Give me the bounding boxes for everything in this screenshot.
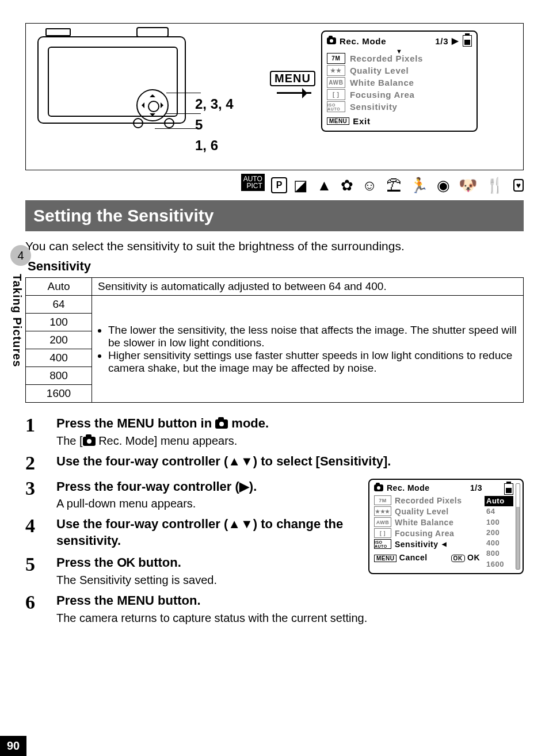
lcd-item-label: Quality Level <box>350 66 409 75</box>
diagram-callouts: 2, 3, 4 5 1, 6 <box>195 94 264 156</box>
option-icon: AWB <box>327 77 345 88</box>
option-icon: ★★★ <box>374 506 391 516</box>
step-desc: A pull-down menu appears. <box>56 497 357 510</box>
pulldown-option: 800 <box>485 548 513 559</box>
step-number: 4 <box>25 516 43 536</box>
step-desc: The Sensitivity setting is saved. <box>56 574 357 587</box>
step-title: Press the MENU button in mode. <box>56 415 524 432</box>
lcd-exit-label: Exit <box>353 116 370 126</box>
night-mode-icon: ◪ <box>293 177 310 194</box>
lcd-title: Rec. Mode <box>340 36 386 46</box>
step: 6 Press the MENU button. The camera retu… <box>25 593 524 625</box>
callout-label: 5 <box>195 114 264 135</box>
portrait-mode-icon: ☺ <box>362 177 380 194</box>
mode-icon-strip: AUTOPICT P ◪ ▲ ✿ ☺ ⛱ 🏃 ◉ 🐶 🍴 ♥ <box>25 174 524 194</box>
table-cell: 200 <box>26 331 92 349</box>
step-desc: The [ Rec. Mode] menu appears. <box>56 434 524 448</box>
ok-badge: OK <box>451 555 465 562</box>
step-title: Press the MENU button. <box>56 593 524 609</box>
table-cell: Sensitivity is automatically adjusted to… <box>92 278 524 296</box>
lcd-item-label: Sensitivity <box>395 540 439 549</box>
table-cell: The lower the sensitivity, the less nois… <box>92 296 524 403</box>
lcd-item-label: Quality Level <box>395 507 449 516</box>
lcd-item-label: Recorded Pixels <box>350 54 423 63</box>
sensitivity-table: Auto Sensitivity is automatically adjust… <box>25 277 524 403</box>
table-cell: 64 <box>26 296 92 314</box>
step: 2 Use the four-way controller (▲▼) to se… <box>25 453 524 473</box>
pulldown-option: Auto <box>485 496 513 506</box>
option-icon: [ ] <box>327 89 345 100</box>
program-mode-icon: P <box>271 177 287 193</box>
callout-label: 1, 6 <box>195 135 264 156</box>
pet-mode-icon: 🐶 <box>459 177 479 194</box>
flower-mode-icon: ✿ <box>341 177 356 194</box>
battery-icon <box>504 483 513 495</box>
step-number: 3 <box>25 479 43 498</box>
lcd-pulldown-preview: Rec. Mode 1/3 7MRecorded Pixels ★★★Quali… <box>368 479 524 574</box>
table-cell: 400 <box>26 349 92 367</box>
lcd-item-label: White Balance <box>350 78 414 87</box>
scrollbar <box>516 483 520 570</box>
button-icon <box>164 118 174 128</box>
lcd-ok-label: OK <box>467 553 480 562</box>
arrow-right-small-icon: ▶ <box>452 36 459 46</box>
table-cell: 800 <box>26 367 92 385</box>
lcd-preview: Rec. Mode 1/3 ▶ ▼ 7M Recorded Pixels ★★ … <box>321 30 478 132</box>
intro-text: You can select the sensitivity to suit t… <box>25 239 524 253</box>
step-desc: The camera returns to capture status wit… <box>56 612 524 625</box>
manual-page: 4 Taking Pictures 2, 3, 4 5 <box>0 0 549 756</box>
option-icon: ★★ <box>327 65 345 76</box>
pulldown-option: 64 <box>485 506 513 517</box>
camera-icon <box>327 37 336 44</box>
step-title: Press the four-way controller (▶). <box>56 479 357 495</box>
subheading: Sensitivity <box>28 259 524 274</box>
pulldown-option: 100 <box>485 517 513 528</box>
chapter-label: Taking Pictures <box>10 274 24 367</box>
pulldown-option: 400 <box>485 538 513 548</box>
option-icon: 7M <box>327 53 345 64</box>
page-number: 90 <box>0 736 26 756</box>
lcd-page-indicator: 1/3 <box>470 483 482 492</box>
battery-icon <box>463 35 472 47</box>
chapter-number: 4 <box>10 245 31 266</box>
step-title: Press the OK button. <box>56 555 357 571</box>
button-icon <box>133 118 143 128</box>
lcd-item-label: Focusing Area <box>350 90 415 100</box>
sensitivity-pulldown: Auto 64 100 200 400 800 1600 <box>485 483 513 570</box>
illustration-panel: 2, 3, 4 5 1, 6 MENU Rec. Mode 1/3 ▶ ▼ 7M… <box>25 23 524 170</box>
lcd-page-indicator: 1/3 <box>435 36 448 46</box>
text-mode-icon: ◉ <box>437 177 452 194</box>
dpad-icon <box>136 89 169 121</box>
lcd-title: Rec. Mode <box>387 483 430 492</box>
option-icon: [ ] <box>374 528 391 538</box>
step-title: Use the four-way controller (▲▼) to chan… <box>56 516 357 549</box>
option-icon: ISO AUTO <box>374 539 391 549</box>
landscape-mode-icon: ▲ <box>317 177 334 194</box>
lcd-item-label: Focusing Area <box>395 529 454 538</box>
section-heading: Setting the Sensitivity <box>25 200 524 231</box>
menu-button-label: MENU <box>270 71 315 86</box>
pulldown-option: 1600 <box>485 559 513 570</box>
step-title: Use the four-way controller (▲▼) to sele… <box>56 453 524 470</box>
sport-mode-icon: 🏃 <box>410 177 430 194</box>
camera-icon <box>215 419 228 429</box>
table-cell: Auto <box>26 278 92 296</box>
menu-badge: MENU <box>327 117 349 125</box>
pulldown-option: 200 <box>485 528 513 538</box>
side-tab: 4 Taking Pictures <box>10 245 31 367</box>
option-icon: AWB <box>374 517 391 527</box>
lcd-cancel-label: Cancel <box>399 553 428 562</box>
menu-badge: MENU <box>374 555 396 562</box>
step: 1 Press the MENU button in mode. The [ R… <box>25 415 524 448</box>
camera-icon <box>83 437 96 446</box>
step-number: 1 <box>25 415 43 435</box>
step-number: 2 <box>25 453 43 473</box>
step-number: 6 <box>25 593 43 612</box>
lcd-item-label: Recorded Pixels <box>395 496 462 505</box>
caret-left-icon: ◀ <box>442 541 447 547</box>
auto-pict-icon: AUTOPICT <box>241 174 265 191</box>
frame-mode-icon: ♥ <box>513 179 524 192</box>
table-bullet: Higher sensitivity settings use faster s… <box>108 349 517 375</box>
table-cell: 1600 <box>26 385 92 403</box>
option-icon: 7M <box>374 495 391 505</box>
